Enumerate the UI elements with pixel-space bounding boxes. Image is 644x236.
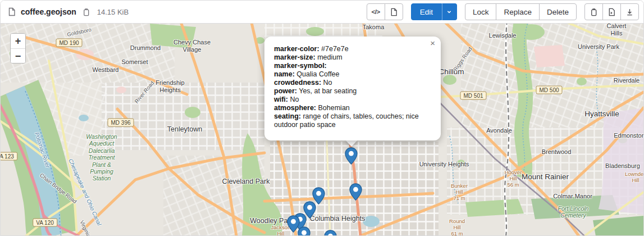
map-label: University Park [578,43,619,51]
route-shield: MD 501 [460,92,486,100]
close-icon[interactable]: × [430,39,435,47]
map-label: Brentwood [542,148,572,156]
map-marker[interactable] [298,226,310,236]
route-shield: VA 123 [1,152,17,161]
map-label: Hyattsville [584,110,619,119]
route-shield: MD 396 [107,119,134,127]
map-label: Colmar Manor [553,193,592,200]
file-action-group: Lock Replace Delete [465,3,577,20]
open-raw-button[interactable] [602,3,621,20]
map-label: Tenleytown [167,125,203,134]
map-canvas[interactable]: TakomaLewisdaleCalvert HillsUniversity P… [1,24,643,236]
map-label: Bladensburg [605,162,640,170]
map-marker[interactable] [324,230,337,236]
map-label: Bunker Hill 71 m [451,183,468,202]
map-marker[interactable] [349,183,362,203]
download-button[interactable] [620,3,639,20]
chevron-down-icon [446,8,453,15]
map-label: Westbard [93,66,119,74]
display-rendered-button[interactable] [385,3,403,20]
file-size: 14.15 KiB [97,8,129,16]
map-label: Hoover Hill 56 m [505,169,522,188]
map-label: Avondale [486,127,512,134]
map-label: Chillum [439,67,464,76]
copy-to-clipboard-icon[interactable] [81,7,92,17]
map-marker[interactable] [345,147,358,167]
delete-button[interactable]: Delete [539,3,577,20]
route-shield: MD 190 [56,39,82,47]
popup-property-row: crowdedness: No [274,79,433,87]
zoom-in-button[interactable]: + [11,34,25,48]
map-label: Columbia Heights [310,215,366,223]
map-label: Lowndes Hill [625,171,643,183]
route-shield: MD 500 [536,86,562,94]
map-zoom-control: + − [10,33,26,63]
raw-file-icon [608,8,616,16]
view-toggle-group: </> [367,3,403,20]
popup-property-row: marker-size: medium [274,53,433,62]
file-utility-group [584,3,639,20]
map-label: Drummond [130,44,161,52]
map-label: Calvert Hills [603,24,630,37]
code-icon: </> [372,8,380,15]
replace-button[interactable]: Replace [496,3,540,20]
lock-button[interactable]: Lock [465,3,497,20]
edit-dropdown-button[interactable] [442,3,457,20]
file-name: coffee.geojson [21,7,76,16]
popup-property-row: seating: range of chairs, tables, couche… [274,112,433,129]
map-label: Chevy Chase Village [173,39,211,53]
file-icon [7,7,16,16]
popup-property-row: power: Yes, at bar seating [274,87,433,96]
map-label: Edmonston [614,132,643,139]
file-header: coffee.geojson 14.15 KiB </> Edit Lock R… [1,1,643,24]
map-label: Lewisdale [489,32,517,39]
download-icon [625,8,634,16]
map-label: Somerset [121,58,148,66]
document-icon [390,8,398,16]
map-label: Friendship Heights [156,79,184,94]
popup-property-row: atmosphere: Bohemian [274,104,433,112]
edit-split-button: Edit [411,3,457,20]
map-label: Fort Lincoln Cemetery [558,205,589,219]
map-label: University Heights [419,161,469,168]
copy-to-clipboard-icon [590,8,598,16]
zoom-out-button[interactable]: − [11,48,25,63]
popup-property-row: wifi: No [274,96,433,104]
map-label: Washington Aqueduct Dalecarlia Treatment… [86,133,117,182]
popup-property-row: marker-color: #7e7e7e [274,45,433,53]
map-label: Cleveland Park [222,178,270,186]
popup-property-row: name: Qualia Coffee [274,70,433,79]
popup-property-row: marker-symbol: [274,62,433,70]
file-viewer: coffee.geojson 14.15 KiB </> Edit Lock R… [0,0,644,236]
route-shield: VA 120 [33,219,57,227]
map-label: Mount Rainier [522,173,569,181]
map-label: Riverdale [614,77,640,84]
display-source-button[interactable]: </> [367,3,385,20]
feature-popup: × marker-color: #7e7e7emarker-size: medi… [264,37,441,140]
copy-contents-button[interactable] [584,3,603,20]
map-label: Takoma [363,24,385,30]
popup-properties: marker-color: #7e7e7emarker-size: medium… [274,45,433,129]
edit-button[interactable]: Edit [411,3,442,20]
map-label: Round Hill 61 m [449,218,465,236]
